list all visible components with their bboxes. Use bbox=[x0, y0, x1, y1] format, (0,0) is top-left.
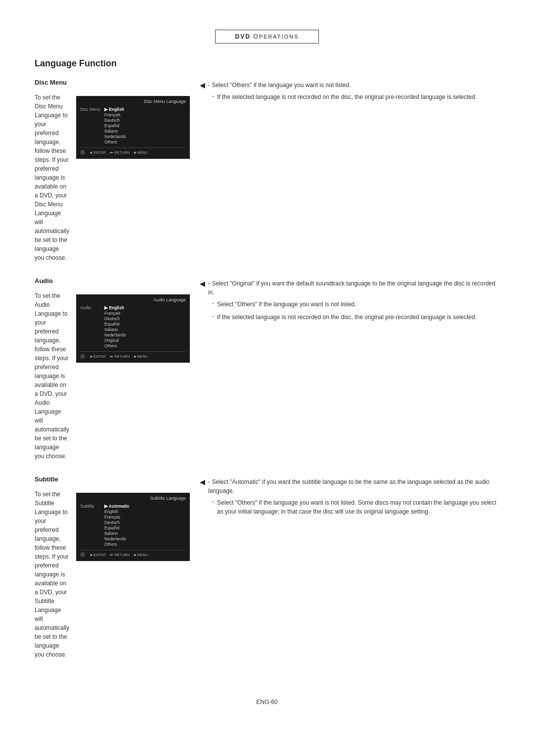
audio-row: Audio To set the Audio Language to your … bbox=[35, 277, 499, 461]
audio-sub-text-0: Select "Others" if the language you want… bbox=[217, 300, 356, 309]
subtitle-opt-4: Español bbox=[104, 525, 130, 530]
subtitle-sub-0: - Select "Others" if the language you wa… bbox=[212, 498, 499, 516]
audio-footer-enter: ■ ENTER bbox=[90, 354, 106, 359]
audio-screen: Audio Language Audio English Français De… bbox=[76, 294, 190, 363]
disc-menu-opt-3: Español bbox=[104, 123, 126, 128]
subtitle-right-bullet: Select "Automatic" if you want the subti… bbox=[208, 478, 490, 494]
audio-bullet: ◀ - Select "Original" if you want the de… bbox=[200, 279, 499, 322]
footer-return: ⬅ RETURN bbox=[110, 150, 130, 155]
subtitle-opt-7: Others bbox=[104, 542, 130, 547]
subtitle-screen-label: Subtitle bbox=[80, 504, 102, 547]
subtitle-screen-row: Subtitle Automatic English Français Deut… bbox=[80, 504, 186, 547]
page-title: Language Function bbox=[35, 58, 499, 69]
subtitle-opt-0: Automatic bbox=[104, 504, 130, 509]
disc-menu-body: To set the Disc Menu Language to your pr… bbox=[35, 93, 69, 262]
disc-menu-heading: Disc Menu bbox=[35, 79, 190, 86]
audio-opt-4: Italiano bbox=[104, 327, 126, 332]
header-dvd: DVD bbox=[235, 33, 251, 40]
subtitle-left: Subtitle To set the Subtitle Language to… bbox=[35, 475, 190, 659]
disc-menu-bullet: ◀ - Select "Others" if the language you … bbox=[200, 81, 499, 101]
subtitle-opt-6: Nederlands bbox=[104, 536, 130, 541]
subtitle-opt-3: Deutsch bbox=[104, 520, 130, 525]
disc-menu-options: English Français Deutsch Español Italian… bbox=[104, 107, 126, 144]
audio-right: ◀ - Select "Original" if you want the de… bbox=[200, 277, 499, 322]
audio-footer-return: ⬅ RETURN bbox=[110, 354, 130, 359]
subtitle-row: Subtitle To set the Subtitle Language to… bbox=[35, 475, 499, 659]
disc-menu-sub-text-0: If the selected language is not recorded… bbox=[217, 93, 477, 101]
disc-menu-opt-2: Deutsch bbox=[104, 118, 126, 123]
screen-icon-audio bbox=[80, 354, 85, 359]
subtitle-arrow-icon: ◀ bbox=[200, 477, 205, 486]
audio-right-bullet: Select "Original" if you want the defaul… bbox=[208, 280, 495, 296]
audio-sub-dash-0: - bbox=[212, 300, 214, 307]
screen-icon bbox=[80, 150, 85, 155]
subtitle-right: ◀ - Select "Automatic" if you want the s… bbox=[200, 475, 499, 516]
disc-menu-opt-5: Nederlands bbox=[104, 134, 126, 139]
disc-menu-opt-1: Français bbox=[104, 112, 126, 117]
audio-screen-label: Audio bbox=[80, 305, 102, 348]
audio-content: To set the Audio Language to your prefer… bbox=[35, 291, 190, 461]
audio-screen-row: Audio English Français Deutsch Español I… bbox=[80, 305, 186, 348]
audio-opt-3: Español bbox=[104, 322, 126, 327]
disc-menu-content: To set the Disc Menu Language to your pr… bbox=[35, 93, 190, 262]
subtitle-sub-text-0: Select "Others" if the language you want… bbox=[217, 498, 499, 516]
subtitle-text: To set the Subtitle Language to your pre… bbox=[35, 490, 69, 659]
audio-screen-footer: ■ ENTER ⬅ RETURN ■ MENU bbox=[80, 351, 186, 359]
audio-sub-dash-1: - bbox=[212, 313, 214, 320]
subtitle-bullet: ◀ - Select "Automatic" if you want the s… bbox=[200, 477, 499, 516]
subtitle-options: Automatic English Français Deutsch Españ… bbox=[104, 504, 130, 547]
screen-icon-subtitle bbox=[80, 552, 85, 557]
audio-opt-5: Nederlands bbox=[104, 332, 126, 337]
audio-opt-0: English bbox=[104, 305, 126, 310]
header-box: DVD OPERATIONS bbox=[215, 30, 319, 44]
audio-opt-7: Others bbox=[104, 343, 126, 348]
subtitle-screen-footer: ■ ENTER ⬅ RETURN ■ MENU bbox=[80, 550, 186, 557]
disc-menu-opt-6: Others bbox=[104, 140, 126, 144]
audio-options: English Français Deutsch Español Italian… bbox=[104, 305, 126, 348]
subtitle-heading: Subtitle bbox=[35, 475, 190, 483]
disc-menu-text: To set the Disc Menu Language to your pr… bbox=[35, 93, 69, 262]
audio-opt-2: Deutsch bbox=[104, 316, 126, 321]
subtitle-screen: Subtitle Language Subtitle Automatic Eng… bbox=[76, 493, 190, 561]
audio-heading: Audio bbox=[35, 277, 190, 284]
disc-menu-row: Disc Menu To set the Disc Menu Language … bbox=[35, 79, 499, 262]
disc-menu-screen-row: Disc Menu English Français Deutsch Españ… bbox=[80, 107, 186, 144]
header-title: OPERATIONS bbox=[253, 33, 299, 40]
audio-opt-6: Original bbox=[104, 338, 126, 343]
subtitle-footer-enter: ■ ENTER bbox=[90, 553, 106, 557]
page-header: DVD OPERATIONS bbox=[35, 30, 499, 44]
audio-opt-1: Français bbox=[104, 311, 126, 316]
footer-enter: ■ ENTER bbox=[90, 150, 106, 155]
page-footer: ENG-60 bbox=[35, 699, 499, 706]
disc-menu-right-bullet: Select "Others" if the language you want… bbox=[212, 82, 351, 89]
bullet-arrow-icon: ◀ bbox=[200, 81, 205, 90]
page-number: ENG-60 bbox=[256, 699, 277, 706]
audio-sub-0: - Select "Others" if the language you wa… bbox=[212, 300, 499, 309]
disc-menu-screen-footer: ■ ENTER ⬅ RETURN ■ MENU bbox=[80, 147, 186, 155]
disc-menu-sub-bullets: - If the selected language is not record… bbox=[212, 93, 477, 101]
audio-body: To set the Audio Language to your prefer… bbox=[35, 291, 69, 461]
disc-menu-screen-label: Disc Menu bbox=[80, 107, 102, 144]
disc-menu-opt-4: Italiano bbox=[104, 129, 126, 134]
audio-left: Audio To set the Audio Language to your … bbox=[35, 277, 190, 461]
subtitle-footer-return: ⬅ RETURN bbox=[110, 553, 130, 557]
subtitle-opt-2: Français bbox=[104, 515, 130, 520]
disc-menu-screen-title: Disc Menu Language bbox=[80, 99, 186, 105]
content-area: Disc Menu To set the Disc Menu Language … bbox=[35, 79, 499, 659]
disc-menu-right: ◀ - Select "Others" if the language you … bbox=[200, 79, 499, 101]
subtitle-content: To set the Subtitle Language to your pre… bbox=[35, 490, 190, 659]
sub-dash-icon: - bbox=[212, 93, 214, 99]
subtitle-sub-dash-0: - bbox=[212, 498, 214, 505]
audio-sub-1: - If the selected language is not record… bbox=[212, 313, 499, 322]
audio-sub-text-1: If the selected language is not recorded… bbox=[217, 313, 477, 322]
subtitle-body: To set the Subtitle Language to your pre… bbox=[35, 490, 69, 659]
subtitle-opt-1: English bbox=[104, 509, 130, 514]
audio-text: To set the Audio Language to your prefer… bbox=[35, 291, 69, 461]
audio-footer-menu: ■ MENU bbox=[134, 354, 148, 359]
footer-menu: ■ MENU bbox=[134, 150, 148, 155]
audio-sub-bullets: - Select "Others" if the language you wa… bbox=[212, 300, 499, 322]
subtitle-sub-bullets: - Select "Others" if the language you wa… bbox=[212, 498, 499, 516]
audio-screen-title: Audio Language bbox=[80, 297, 186, 303]
disc-menu-screen: Disc Menu Language Disc Menu English Fra… bbox=[76, 96, 190, 159]
audio-arrow-icon: ◀ bbox=[200, 279, 205, 288]
